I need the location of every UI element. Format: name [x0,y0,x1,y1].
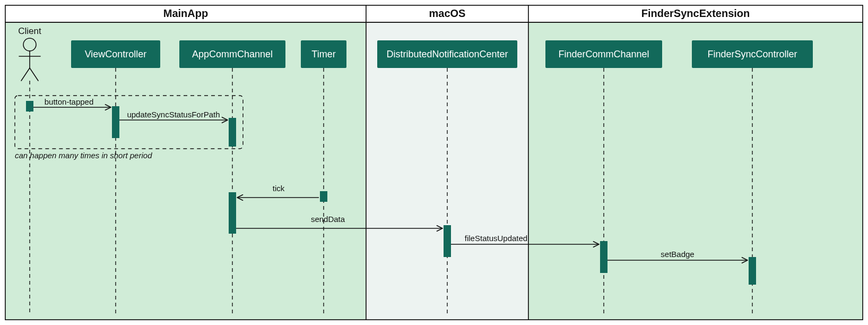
sequence-diagram: MainApp macOS FinderSyncExtension Client… [0,0,868,325]
activation-dnc [444,225,451,257]
msg-updatesyncstatusforpath: updateSyncStatusForPath [119,110,228,120]
participant-label: ViewController [85,49,147,59]
fragment-note: can happen many times in short period [15,151,152,160]
svg-text:sendData: sendData [311,215,345,224]
lane-title-macos: macOS [429,7,466,19]
svg-text:fileStatusUpdated: fileStatusUpdated [465,234,527,243]
activation-findercommchannel [600,241,607,273]
lane-title-mainapp: MainApp [163,7,208,19]
activation-appcommchannel-2 [229,192,236,234]
participant-label: FinderSyncController [707,49,797,59]
activation-findersynccontroller [749,257,756,285]
participant-label: Timer [311,49,335,59]
lane-title-findersync: FinderSyncExtension [641,7,750,19]
svg-text:setBadge: setBadge [661,250,694,259]
actor-label: Client [18,26,41,36]
activation-timer [320,191,327,202]
svg-text:updateSyncStatusForPath: updateSyncStatusForPath [127,110,220,119]
svg-text:button-tapped: button-tapped [45,97,94,106]
participant-label: DistributedNotificationCenter [386,49,508,59]
activation-viewcontroller [112,106,119,138]
participant-label: FinderCommChannel [558,49,649,59]
activation-appcommchannel-1 [229,118,236,147]
activation-client [26,101,33,112]
participant-label: AppCommChannel [192,49,273,59]
svg-text:tick: tick [273,184,285,193]
